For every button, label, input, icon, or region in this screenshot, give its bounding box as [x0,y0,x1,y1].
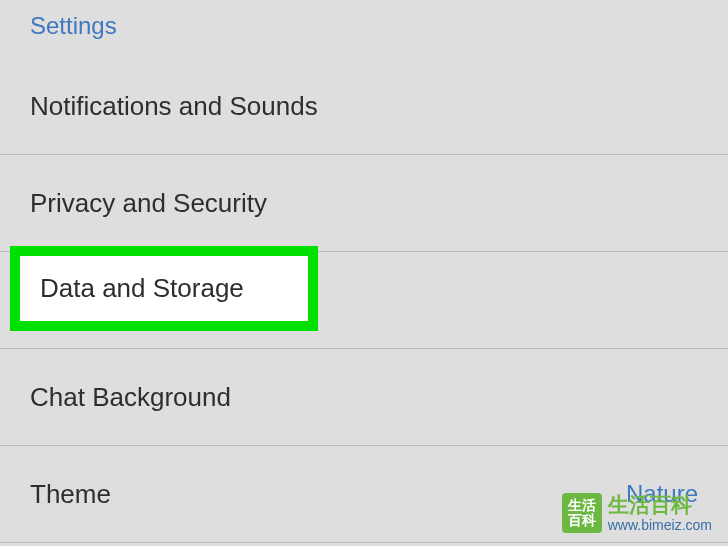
settings-item-notifications[interactable]: Notifications and Sounds [0,58,728,155]
settings-item-label: Notifications and Sounds [30,91,318,122]
settings-item-chat-background[interactable]: Chat Background [0,349,728,446]
settings-item-privacy[interactable]: Privacy and Security [0,155,728,252]
watermark-text: 生活百科 www.bimeiz.com [608,492,712,534]
settings-section-header: Settings [0,0,728,58]
settings-item-label: Theme [30,479,111,510]
watermark: 生活 百科 生活百科 www.bimeiz.com [562,492,712,534]
highlight-label: Data and Storage [40,273,244,304]
settings-item-label: Privacy and Security [30,188,267,219]
highlighted-data-storage: Data and Storage [10,246,318,331]
watermark-cn: 生活百科 [608,492,712,517]
watermark-url: www.bimeiz.com [608,517,712,534]
watermark-logo: 生活 百科 [562,493,602,533]
settings-item-label: Chat Background [30,382,231,413]
